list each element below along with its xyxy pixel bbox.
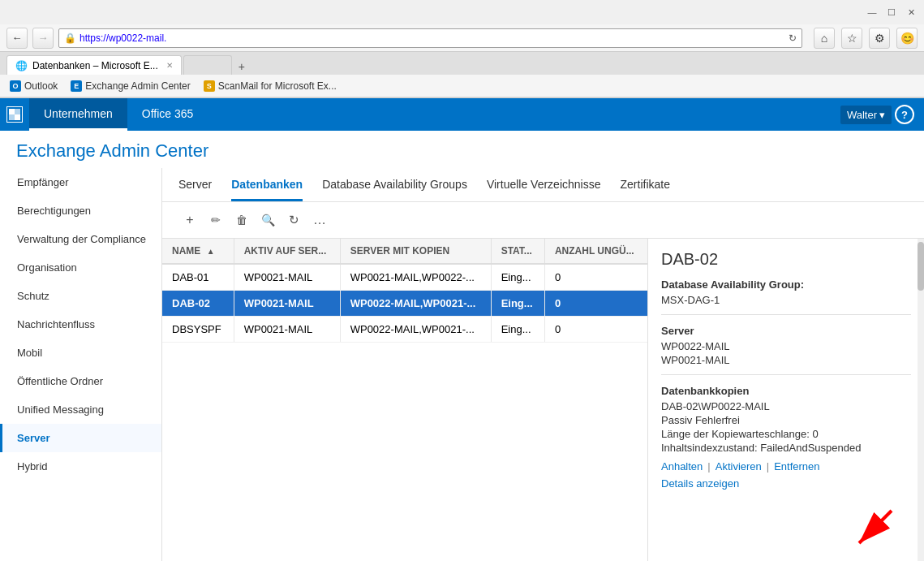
table-row[interactable]: DBSYSPF WP0021-MAIL WP0022-MAIL,WP0021-.… (162, 317, 647, 343)
more-button[interactable]: … (308, 209, 331, 231)
anhalten-link[interactable]: Anhalten (661, 460, 703, 473)
detail-divider-2 (661, 374, 911, 375)
bookmark-outlook-label: Outlook (24, 80, 58, 92)
delete-button[interactable]: 🗑 (230, 209, 253, 231)
sub-nav: Server Datenbanken Database Availability… (162, 168, 924, 202)
sidebar-item-verwaltung[interactable]: Verwaltung der Compliance (0, 225, 161, 253)
close-button[interactable]: ✕ (905, 6, 918, 19)
table-row-selected[interactable]: DAB-02 WP0021-MAIL WP0022-MAIL,WP0021-..… (162, 291, 647, 317)
office-logo (6, 106, 23, 123)
settings-icon[interactable]: ⚙ (869, 28, 890, 49)
col-status[interactable]: STAT... (491, 239, 544, 264)
tab-label: Datenbanken – Microsoft E... (32, 60, 158, 71)
tab-bar: 🌐 Datenbanken – Microsoft E... ✕ + (0, 52, 924, 75)
details-anzeigen-link[interactable]: Details anzeigen (661, 477, 739, 490)
refresh-nav-icon[interactable]: ↻ (789, 32, 797, 44)
browser-toolbar: ← → 🔒 https://wp0022-mail. ↻ ⌂ ☆ ⚙ 😊 (0, 24, 924, 52)
forward-button[interactable]: → (32, 28, 54, 49)
bookmark-eac[interactable]: E Exchange Admin Center (67, 79, 193, 93)
aktivieren-link[interactable]: Aktivieren (716, 460, 762, 473)
sidebar-item-schutz[interactable]: Schutz (0, 282, 161, 310)
bookmarks-bar: O Outlook E Exchange Admin Center S Scan… (0, 75, 924, 97)
cell-anzahl: 0 (544, 264, 647, 291)
sub-nav-datenbanken[interactable]: Datenbanken (231, 178, 303, 201)
red-arrow-indicator (843, 503, 900, 554)
maximize-button[interactable]: ☐ (885, 6, 898, 19)
sub-nav-dag[interactable]: Database Availability Groups (322, 178, 467, 201)
detail-title: DAB-02 (661, 250, 911, 269)
sidebar-item-empfaenger[interactable]: Empfänger (0, 168, 161, 196)
cell-name: DAB-02 (162, 291, 234, 317)
user-dropdown-icon: ▾ (879, 109, 885, 121)
bookmark-scanmail[interactable]: S ScanMail for Microsoft Ex... (200, 79, 340, 93)
detail-kopie-name: DAB-02\WP0022-MAIL (661, 400, 911, 412)
minimize-button[interactable]: — (866, 6, 879, 19)
sidebar-item-berechtigungen[interactable]: Berechtigungen (0, 196, 161, 225)
title-bar: — ☐ ✕ (0, 0, 924, 24)
detail-server-label: Server (661, 325, 911, 337)
sort-asc-icon: ▲ (207, 247, 215, 256)
add-button[interactable]: + (178, 209, 201, 231)
main-content: Server Datenbanken Database Availability… (162, 168, 924, 561)
details-anzeigen-container: Details anzeigen (661, 477, 911, 490)
bookmark-eac-label: Exchange Admin Center (85, 80, 190, 92)
tab-inactive[interactable] (183, 55, 232, 75)
sidebar-item-server[interactable]: Server (0, 424, 161, 452)
window-controls[interactable]: — ☐ ✕ (866, 6, 918, 19)
scrollbar-thumb[interactable] (918, 242, 924, 291)
entfernen-link[interactable]: Entfernen (774, 460, 819, 473)
user-menu[interactable]: Walter ▾ (840, 106, 892, 124)
security-icon: 🔒 (64, 32, 76, 44)
table-section: NAME ▲ AKTIV AUF SER... SERVER MIT KOPIE… (162, 239, 648, 561)
detail-links: Anhalten | Aktivieren | Entfernen (661, 460, 911, 473)
search-button[interactable]: 🔍 (256, 209, 279, 231)
content-area: Empfänger Berechtigungen Verwaltung der … (0, 168, 924, 561)
tab-close-button[interactable]: ✕ (166, 61, 173, 70)
col-aktiv[interactable]: AKTIV AUF SER... (234, 239, 340, 264)
detail-kopie-index: Inhaltsindexzustand: FailedAndSuspended (661, 442, 911, 454)
sidebar-item-organisation[interactable]: Organisation (0, 253, 161, 282)
refresh-button[interactable]: ↻ (282, 209, 305, 231)
sub-nav-zertifikate[interactable]: Zertifikate (621, 178, 670, 201)
sub-nav-virtuelle[interactable]: Virtuelle Verzeichnisse (487, 178, 601, 201)
col-name[interactable]: NAME ▲ (162, 239, 234, 264)
sub-nav-server[interactable]: Server (178, 178, 212, 201)
database-table: NAME ▲ AKTIV AUF SER... SERVER MIT KOPIE… (162, 239, 647, 343)
tab-favicon: 🌐 (15, 60, 28, 71)
home-icon[interactable]: ⌂ (814, 28, 835, 49)
new-tab-button[interactable]: + (234, 58, 250, 75)
scrollbar[interactable] (918, 239, 924, 561)
page-title-bar: Exchange Admin Center (0, 131, 924, 168)
col-anzahl[interactable]: ANZAHL UNGÜ... (544, 239, 647, 264)
cell-aktiv: WP0021-MAIL (234, 264, 340, 291)
bookmark-scanmail-label: ScanMail for Microsoft Ex... (218, 80, 337, 92)
svg-rect-4 (15, 114, 20, 120)
bookmark-outlook[interactable]: O Outlook (6, 79, 61, 93)
sidebar-item-oeffentliche[interactable]: Öffentliche Ordner (0, 367, 161, 395)
svg-rect-1 (9, 109, 15, 114)
cell-aktiv: WP0021-MAIL (234, 317, 340, 343)
col-server-kopien[interactable]: SERVER MIT KOPIEN (340, 239, 491, 264)
sidebar-item-nachrichtenfluss[interactable]: Nachrichtenfluss (0, 310, 161, 339)
help-button[interactable]: ? (895, 105, 914, 124)
address-bar[interactable]: 🔒 https://wp0022-mail. ↻ (58, 28, 802, 48)
favorites-icon[interactable]: ☆ (841, 28, 862, 49)
nav-tab-office365[interactable]: Office 365 (127, 98, 208, 131)
cell-status: Eing... (491, 291, 544, 317)
detail-kopien-label: Datenbankkopien (661, 385, 911, 397)
table-row[interactable]: DAB-01 WP0021-MAIL WP0021-MAIL,WP0022-..… (162, 264, 647, 291)
nav-tab-unternehmen[interactable]: Unternehmen (29, 98, 127, 131)
cell-status: Eing... (491, 317, 544, 343)
smiley-icon[interactable]: 😊 (896, 28, 918, 49)
sidebar-item-mobil[interactable]: Mobil (0, 339, 161, 367)
sidebar-item-hybrid[interactable]: Hybrid (0, 452, 161, 481)
detail-divider-1 (661, 314, 911, 315)
sidebar: Empfänger Berechtigungen Verwaltung der … (0, 168, 162, 561)
edit-button[interactable]: ✏ (204, 209, 227, 231)
user-area: Walter ▾ ? (840, 98, 924, 131)
detail-server-value-2: WP0021-MAIL (661, 354, 911, 366)
back-button[interactable]: ← (6, 28, 28, 49)
tab-active[interactable]: 🌐 Datenbanken – Microsoft E... ✕ (6, 55, 182, 75)
sidebar-item-unified[interactable]: Unified Messaging (0, 395, 161, 424)
cell-server-kopien: WP0021-MAIL,WP0022-... (340, 264, 491, 291)
